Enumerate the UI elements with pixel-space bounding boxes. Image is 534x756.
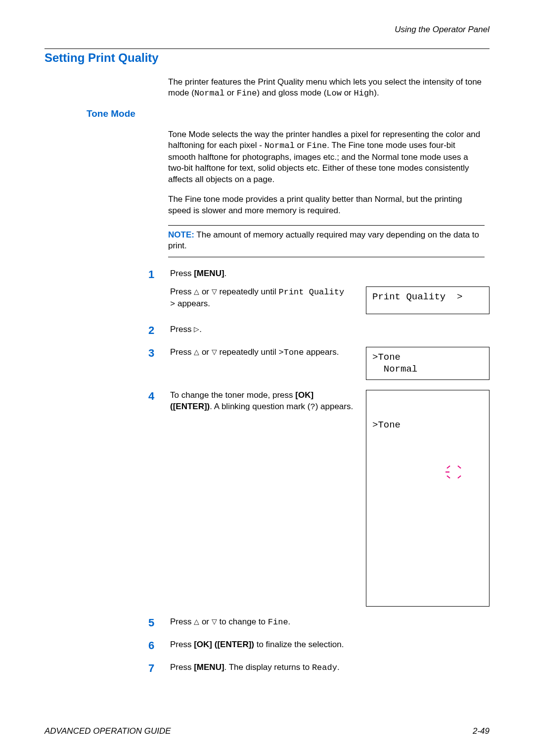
right-triangle-icon: ▷ <box>194 325 199 334</box>
text: or <box>199 287 212 296</box>
step-number: 3 <box>148 347 158 360</box>
up-triangle-icon: △ <box>194 347 199 357</box>
step-6: 6 Press [OK] ([ENTER]) to finalize the s… <box>148 639 490 652</box>
text: . <box>199 325 202 334</box>
text: . <box>337 662 340 672</box>
text-mono: Normal <box>265 141 295 150</box>
down-triangle-icon: ▽ <box>212 287 217 296</box>
text: ) and gloss mode ( <box>257 88 327 97</box>
text: or <box>342 88 354 97</box>
blink-indicator-icon <box>445 472 449 472</box>
running-header: Using the Operator Panel <box>44 25 490 35</box>
text: to finalize the selection. <box>254 640 344 649</box>
text-bold: [MENU] <box>194 662 224 672</box>
text-mono: High <box>354 89 374 98</box>
blink-indicator-icon <box>446 475 450 479</box>
note-label: NOTE: <box>168 230 194 239</box>
header-rule <box>44 48 490 49</box>
step-6-text: Press [OK] ([ENTER]) to finalize the sel… <box>170 639 490 651</box>
tone-paragraph-2: The Fine tone mode provides a print qual… <box>168 194 485 216</box>
text: or <box>295 141 307 150</box>
text: . <box>224 269 227 278</box>
text-mono: Ready <box>312 663 337 672</box>
step-3-text: Press △ or ▽ repeatedly until >Tone appe… <box>170 347 354 359</box>
text: . <box>288 617 291 626</box>
subsection-title: Tone Mode <box>87 108 490 119</box>
up-triangle-icon: △ <box>194 287 199 296</box>
text-mono: Fine <box>237 89 257 98</box>
text-mono: Low <box>326 89 342 98</box>
text: repeatedly until <box>217 347 279 357</box>
text: Press <box>170 287 194 296</box>
step-number: 7 <box>148 662 158 675</box>
text: or <box>199 347 212 357</box>
text: Press <box>170 325 194 334</box>
text-mono: ? <box>310 402 315 412</box>
step-1-text: Press [MENU]. <box>170 268 490 280</box>
lcd-line-2: ? Normal <box>372 456 483 578</box>
down-triangle-icon: ▽ <box>212 617 217 626</box>
text: or <box>199 617 212 626</box>
step-3: 3 Press △ or ▽ repeatedly until >Tone ap… <box>148 347 490 380</box>
text: Press <box>170 662 194 672</box>
text: Press <box>170 269 194 278</box>
text: appears. <box>175 299 210 308</box>
text: Press <box>170 617 194 626</box>
text: . A blinking question mark ( <box>210 402 310 411</box>
intro-paragraph: The printer features the Print Quality m… <box>168 77 485 99</box>
text: . The display returns to <box>224 662 312 672</box>
footer-right: 2-49 <box>473 726 490 736</box>
step-7: 7 Press [MENU]. The display returns to R… <box>148 662 490 675</box>
step-5: 5 Press △ or ▽ to change to Fine. <box>148 616 490 629</box>
step-number: 6 <box>148 639 158 652</box>
step-4: 4 To change the toner mode, press [OK] (… <box>148 390 490 607</box>
step-4-text: To change the toner mode, press [OK] ([E… <box>170 390 354 413</box>
step-2: 2 Press ▷. <box>148 324 490 337</box>
lcd-display-3: >Tone Normal <box>366 347 490 380</box>
lcd-display-1: Print Quality > <box>366 286 490 314</box>
step-5-text: Press △ or ▽ to change to Fine. <box>170 616 490 628</box>
text-bold: [MENU] <box>194 269 224 278</box>
text-mono: Normal <box>194 89 224 98</box>
text: appears. <box>304 347 339 357</box>
blink-indicator-icon <box>446 466 450 469</box>
note-text: The amount of memory actually required m… <box>168 230 479 250</box>
step-1-sub: Press △ or ▽ repeatedly until Print Qual… <box>170 286 354 310</box>
note-block: NOTE: The amount of memory actually requ… <box>168 225 485 257</box>
text: repeatedly until <box>217 287 279 296</box>
text: to change to <box>217 617 268 626</box>
text: ) appears. <box>315 402 354 411</box>
footer-left: ADVANCED OPERATION GUIDE <box>44 726 171 736</box>
section-title: Setting Print Quality <box>44 51 490 65</box>
blink-indicator-icon <box>457 475 461 479</box>
down-triangle-icon: ▽ <box>212 347 217 357</box>
text-mono: Fine <box>268 617 288 627</box>
up-triangle-icon: △ <box>194 617 199 626</box>
tone-paragraph-1: Tone Mode selects the way the printer ha… <box>168 129 485 185</box>
lcd-display-4: >Tone ? Normal <box>366 390 490 607</box>
step-number: 4 <box>148 390 158 403</box>
text: Press <box>170 640 194 649</box>
page-footer: ADVANCED OPERATION GUIDE 2-49 <box>44 726 490 736</box>
text-mono: Fine <box>307 141 327 150</box>
lcd-line-1: >Tone <box>372 419 483 431</box>
step-number: 1 <box>148 268 158 281</box>
text: or <box>224 88 237 97</box>
text-bold: [OK] ([ENTER]) <box>194 640 254 649</box>
text: To change the toner mode, press <box>170 390 295 400</box>
step-number: 5 <box>148 616 158 629</box>
blink-indicator-icon <box>457 466 461 469</box>
step-number: 2 <box>148 324 158 337</box>
text: Press <box>170 347 194 357</box>
text-mono: >Tone <box>279 348 304 357</box>
text: ). <box>374 88 379 97</box>
step-2-text: Press ▷. <box>170 324 490 335</box>
step-1: 1 Press [MENU]. Press △ or ▽ repeatedly … <box>148 268 490 314</box>
step-7-text: Press [MENU]. The display returns to Rea… <box>170 662 490 674</box>
